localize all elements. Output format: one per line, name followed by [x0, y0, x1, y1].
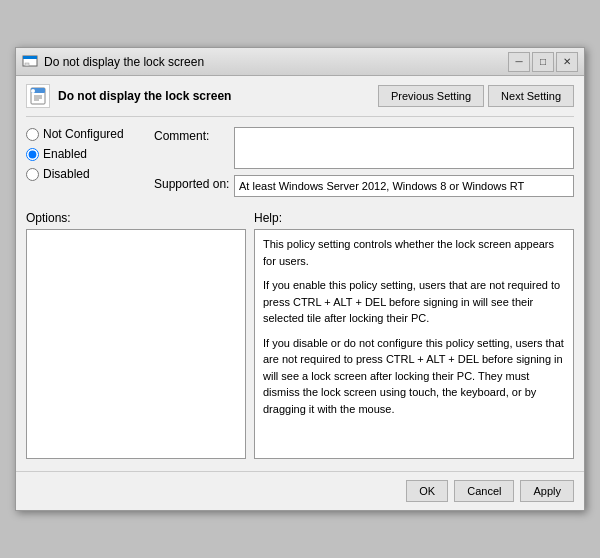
help-paragraph-1: This policy setting controls whether the… — [263, 236, 565, 269]
title-bar-buttons: ─ □ ✕ — [508, 52, 578, 72]
options-box — [26, 229, 246, 459]
radio-not-configured-input[interactable] — [26, 128, 39, 141]
nav-buttons: Previous Setting Next Setting — [378, 85, 574, 107]
apply-button[interactable]: Apply — [520, 480, 574, 502]
window-title: Do not display the lock screen — [44, 55, 508, 69]
header-row: Do not display the lock screen Previous … — [26, 84, 574, 117]
help-label: Help: — [254, 211, 574, 225]
dialog-content: Do not display the lock screen Previous … — [16, 76, 584, 467]
radio-enabled-label: Enabled — [43, 147, 87, 161]
options-column: Options: — [26, 211, 246, 459]
help-box: This policy setting controls whether the… — [254, 229, 574, 459]
svg-rect-1 — [23, 56, 37, 59]
comment-row: Comment: — [154, 127, 574, 169]
radio-not-configured[interactable]: Not Configured — [26, 127, 146, 141]
help-column: Help: This policy setting controls wheth… — [254, 211, 574, 459]
bottom-section: Options: Help: This policy setting contr… — [26, 211, 574, 459]
supported-input[interactable] — [234, 175, 574, 197]
ok-button[interactable]: OK — [406, 480, 448, 502]
help-paragraph-2: If you enable this policy setting, users… — [263, 277, 565, 327]
comment-label: Comment: — [154, 127, 234, 143]
radio-disabled-input[interactable] — [26, 168, 39, 181]
radio-enabled-input[interactable] — [26, 148, 39, 161]
middle-section: Not Configured Enabled Disabled Comment: — [26, 127, 574, 203]
supported-row: Supported on: — [154, 175, 574, 197]
minimize-button[interactable]: ─ — [508, 52, 530, 72]
comment-textarea[interactable] — [234, 127, 574, 169]
policy-icon — [26, 84, 50, 108]
dialog-footer: OK Cancel Apply — [16, 471, 584, 510]
title-bar: Do not display the lock screen ─ □ ✕ — [16, 48, 584, 76]
radio-enabled[interactable]: Enabled — [26, 147, 146, 161]
radio-disabled-label: Disabled — [43, 167, 90, 181]
radio-disabled[interactable]: Disabled — [26, 167, 146, 181]
comment-support-area: Comment: Supported on: — [154, 127, 574, 203]
svg-point-8 — [31, 89, 35, 93]
radio-group: Not Configured Enabled Disabled — [26, 127, 146, 203]
header-title: Do not display the lock screen — [58, 89, 231, 103]
prev-setting-button[interactable]: Previous Setting — [378, 85, 484, 107]
options-label: Options: — [26, 211, 246, 225]
cancel-button[interactable]: Cancel — [454, 480, 514, 502]
window-icon — [22, 54, 38, 70]
dialog-window: Do not display the lock screen ─ □ ✕ Do … — [15, 47, 585, 511]
next-setting-button[interactable]: Next Setting — [488, 85, 574, 107]
maximize-button[interactable]: □ — [532, 52, 554, 72]
supported-label: Supported on: — [154, 175, 234, 191]
svg-rect-2 — [25, 63, 29, 66]
help-paragraph-3: If you disable or do not configure this … — [263, 335, 565, 418]
close-button[interactable]: ✕ — [556, 52, 578, 72]
radio-not-configured-label: Not Configured — [43, 127, 124, 141]
